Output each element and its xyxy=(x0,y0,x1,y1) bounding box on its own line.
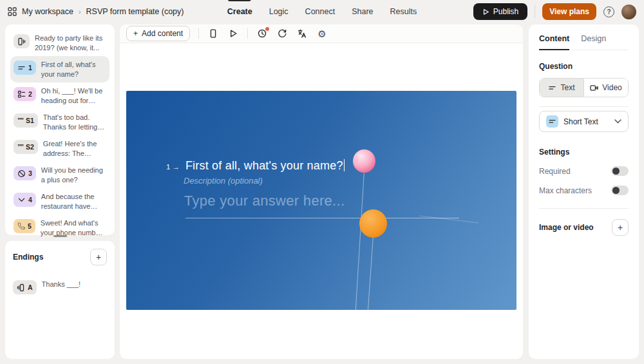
mobile-preview-icon[interactable] xyxy=(207,28,219,39)
workspace-grid-icon[interactable] xyxy=(8,7,17,16)
panel-tab-design[interactable]: Design xyxy=(581,34,606,43)
workspace-link[interactable]: My workspace xyxy=(22,7,73,16)
question-list-item[interactable]: 4And because the restaurant have asked..… xyxy=(10,188,109,215)
endings-panel: Endings + AThanks ___! xyxy=(5,241,115,359)
question-preview-text: Oh hi, ___! We'll be heading out for Kat… xyxy=(41,86,106,105)
setting-row: Required xyxy=(539,166,629,176)
question-list-item[interactable]: AThanks ___! xyxy=(13,276,107,298)
endings-title: Endings xyxy=(13,253,43,262)
header-actions: Publish View plans ? xyxy=(473,3,636,20)
translate-icon[interactable] xyxy=(296,28,308,39)
short-text-icon xyxy=(548,84,556,92)
settings-rows: RequiredMax characters xyxy=(539,166,629,195)
setting-row: Max characters xyxy=(539,186,629,195)
sky-contrail xyxy=(419,215,478,223)
history-icon[interactable] xyxy=(256,28,268,39)
toggle-max-characters[interactable] xyxy=(611,186,629,195)
phone-icon xyxy=(17,222,25,230)
top-bar: My workspace › RSVP form template (copy)… xyxy=(0,0,644,23)
form-preview-canvas: 1→ First of all, what's your name? Descr… xyxy=(126,91,516,310)
nav-tab-logic[interactable]: Logic xyxy=(269,7,289,16)
plus-icon: + xyxy=(133,29,138,38)
statement-icon: ”” xyxy=(17,144,23,151)
question-badge: A xyxy=(13,280,37,294)
add-ending-button[interactable]: + xyxy=(90,249,107,265)
question-list: Ready to party like its 2019? (we know, … xyxy=(10,30,109,267)
question-list-panel: Ready to party like its 2019? (we know, … xyxy=(5,24,115,235)
text-cursor xyxy=(344,159,345,171)
question-badge: 5 xyxy=(14,219,35,233)
settings-icon[interactable]: ⚙ xyxy=(316,28,328,39)
question-badge: 4 xyxy=(14,193,36,207)
question-preview-text: Ready to party like its 2019? (we know, … xyxy=(35,34,106,52)
publish-button[interactable]: Publish xyxy=(473,3,527,20)
question-badge xyxy=(14,34,30,48)
media-option-text[interactable]: Text xyxy=(540,79,583,97)
nav-tab-create[interactable]: Create xyxy=(227,7,252,16)
question-text-input[interactable]: First of all, what's your name? xyxy=(185,159,345,173)
question-preview-text: First of all, what's your name? xyxy=(41,60,106,79)
add-image-or-video-button[interactable]: + xyxy=(612,219,629,236)
setting-label: Required xyxy=(539,167,571,176)
question-preview-text: Great! Here's the address: The White... xyxy=(43,139,106,158)
field-type-dropdown[interactable]: Short Text xyxy=(539,111,629,132)
question-preview-text: Will you be needing a plus one? xyxy=(41,166,106,184)
settings-section-label: Settings xyxy=(539,148,629,157)
question-badge: 2 xyxy=(14,87,36,101)
header-divider xyxy=(535,5,535,18)
short-text-icon xyxy=(17,64,26,72)
toolbar-divider xyxy=(247,28,248,39)
nav-tab-share[interactable]: Share xyxy=(352,7,373,16)
question-preview-text: Sweet! And what's your phone number so w… xyxy=(41,218,106,237)
nav-tab-results[interactable]: Results xyxy=(390,7,417,16)
endings-list: AThanks ___! xyxy=(13,276,107,298)
orange-balloon xyxy=(359,209,387,238)
question-preview-text: And because the restaurant have asked... xyxy=(41,192,106,211)
question-list-item[interactable]: ””S2Great! Here's the address: The White… xyxy=(10,135,109,162)
media-option-video[interactable]: Video xyxy=(583,79,628,97)
short-text-icon xyxy=(546,115,558,128)
field-type-value: Short Text xyxy=(564,117,598,126)
breadcrumb: My workspace › RSVP form template (copy) xyxy=(8,7,184,16)
video-icon xyxy=(590,84,598,92)
panel-resize-handle[interactable] xyxy=(53,235,67,237)
recover-icon[interactable] xyxy=(276,28,288,39)
avatar[interactable] xyxy=(621,5,636,19)
notification-dot xyxy=(265,27,269,31)
balloon-string xyxy=(355,171,365,310)
main-nav: CreateLogicConnectShareResults xyxy=(227,7,417,16)
panel-divider xyxy=(539,106,629,107)
view-plans-button[interactable]: View plans xyxy=(542,3,596,20)
question-list-item[interactable]: 5Sweet! And what's your phone number so … xyxy=(10,215,109,241)
question-list-item[interactable]: 2Oh hi, ___! We'll be heading out for Ka… xyxy=(10,82,109,109)
short-text-icon xyxy=(548,117,556,126)
preview-play-icon[interactable] xyxy=(227,28,239,39)
question-list-item[interactable]: ””S1That's too bad. Thanks for letting u… xyxy=(10,109,109,135)
toolbar-divider xyxy=(198,28,199,39)
arrow-right-icon: → xyxy=(172,163,180,171)
add-content-button[interactable]: + Add content xyxy=(126,26,190,41)
form-title[interactable]: RSVP form template (copy) xyxy=(86,7,184,16)
question-preview-text: That's too bad. Thanks for letting us kn… xyxy=(43,113,106,131)
question-section-label: Question xyxy=(539,62,629,71)
question-list-item[interactable]: 3Will you be needing a plus one? xyxy=(10,162,109,188)
question-list-item[interactable]: 1First of all, what's your name? xyxy=(10,56,109,82)
answer-placeholder[interactable]: Type your answer here... xyxy=(184,193,345,209)
multiple-choice-icon xyxy=(17,90,26,99)
help-icon[interactable]: ? xyxy=(603,6,614,17)
form-builder-app: My workspace › RSVP form template (copy)… xyxy=(0,0,644,364)
toggle-required[interactable] xyxy=(611,166,629,176)
dropdown-icon xyxy=(17,196,26,204)
nav-tab-connect[interactable]: Connect xyxy=(305,7,336,16)
editor-toolbar: + Add content ⚙ xyxy=(120,24,523,43)
settings-panel: ContentDesign Question TextVideo Short T… xyxy=(529,24,639,359)
panel-tab-content[interactable]: Content xyxy=(539,34,569,43)
description-placeholder[interactable]: Description (optional) xyxy=(184,176,263,186)
breadcrumb-chevron-icon: › xyxy=(79,8,81,15)
pink-balloon xyxy=(353,149,375,173)
welcome-icon xyxy=(17,37,26,46)
question-list-item[interactable]: Ready to party like its 2019? (we know, … xyxy=(10,30,109,56)
editor-panel: + Add content ⚙ 1→ First of all, what's … xyxy=(120,24,523,359)
answer-underline xyxy=(185,218,459,218)
panel-divider xyxy=(539,208,629,209)
